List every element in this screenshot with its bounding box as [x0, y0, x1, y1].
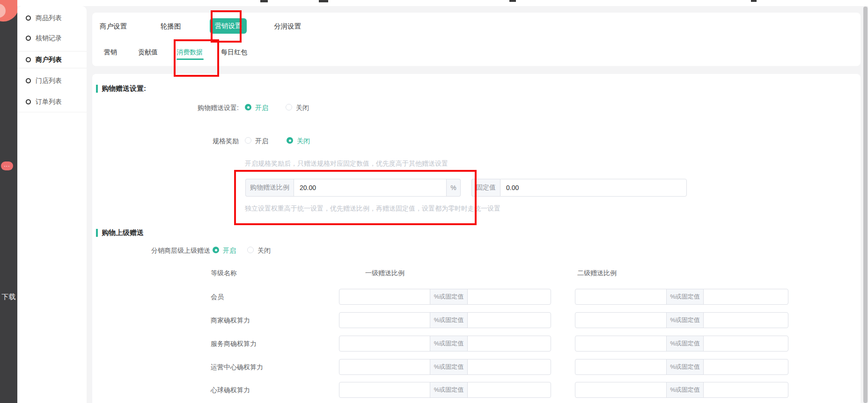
tier2-input-group: %或固定值	[575, 359, 788, 375]
divider-label: %或固定值	[430, 359, 468, 375]
section-title-upline-gift: 购物上级赠送	[102, 228, 144, 237]
tier1-input-group: %或固定值	[339, 289, 551, 305]
left-rail: ... 下载	[0, 0, 17, 403]
sidebar-item-label: 订单列表	[36, 98, 62, 106]
spec-reward-radio-off-label[interactable]: 关闭	[297, 137, 310, 146]
gift-setting-radio-off[interactable]	[286, 104, 292, 110]
table-header-tier1-ratio: 一级赠送比例	[365, 269, 405, 278]
spec-reward-radio-on-label[interactable]: 开启	[255, 137, 268, 146]
spec-reward-hint: 开启规格奖励后，只赠送规格对应固定数值，优先度高于其他赠送设置	[245, 160, 448, 168]
tier2-input-group: %或固定值	[575, 336, 788, 352]
row-label: 心球确权算力	[211, 382, 250, 398]
circle-icon	[26, 15, 31, 21]
annotation-box-consumption-subtab	[174, 39, 219, 77]
subtab-contribution[interactable]: 贡献值	[138, 48, 158, 57]
sidebar-item-label: 核销记录	[36, 34, 62, 43]
tab-merchant-settings[interactable]: 商户设置	[100, 22, 127, 31]
upline-gift-radio-off[interactable]	[247, 247, 254, 253]
tier1-ratio-input[interactable]	[339, 336, 430, 352]
section-title-gift-settings: 购物赠送设置:	[102, 84, 146, 93]
row-label: 服务商确权算力	[211, 336, 257, 352]
fixed-input[interactable]	[500, 179, 687, 197]
tier2-fixed-input[interactable]	[703, 382, 788, 398]
tier2-ratio-input[interactable]	[575, 382, 667, 398]
spec-reward-label: 规格奖励	[140, 137, 239, 146]
spec-reward-radio-off[interactable]	[287, 137, 293, 144]
sidebar-item-goods-list[interactable]: 商品列表	[17, 8, 87, 28]
gift-setting-radio-on[interactable]	[245, 104, 251, 110]
tier1-ratio-input[interactable]	[339, 382, 430, 398]
subtab-daily-redpacket[interactable]: 每日红包	[221, 48, 247, 57]
divider-label: %或固定值	[430, 382, 468, 398]
tier1-input-group: %或固定值	[339, 312, 551, 328]
section-accent-bar	[96, 85, 98, 93]
sidebar-item-order-list[interactable]: 订单列表	[17, 92, 87, 112]
sidebar-item-label: 门店列表	[36, 77, 62, 85]
circle-icon	[26, 36, 31, 41]
row-label: 商家确权算力	[211, 312, 250, 328]
table-header-tier2-ratio: 二级赠送比例	[577, 269, 617, 278]
window-top-strip	[0, 0, 868, 6]
spec-reward-radio-on[interactable]	[245, 137, 251, 144]
divider-label: %或固定值	[430, 336, 468, 352]
window-text-fragment	[260, 0, 268, 2]
tier2-ratio-input[interactable]	[575, 336, 667, 352]
upline-gift-radio-on-label[interactable]: 开启	[223, 247, 236, 255]
tier1-input-group: %或固定值	[339, 336, 551, 352]
tier1-ratio-input[interactable]	[339, 289, 430, 305]
tier1-ratio-input[interactable]	[339, 312, 430, 328]
table-header-level-name: 等级名称	[211, 269, 237, 278]
circle-icon	[26, 57, 31, 62]
upline-gift-label: 分销商层级上级赠送	[117, 247, 210, 255]
download-button[interactable]: 下载	[0, 293, 17, 301]
gift-setting-radio-off-label[interactable]: 关闭	[296, 104, 309, 112]
upline-gift-radio-off-label[interactable]: 关闭	[257, 247, 271, 255]
tier1-fixed-input[interactable]	[467, 382, 551, 398]
tier2-ratio-input[interactable]	[575, 359, 667, 375]
form-card	[92, 74, 861, 403]
sidebar-item-label: 商户列表	[36, 56, 62, 64]
vertical-scrollbar[interactable]	[863, 7, 868, 403]
divider-label: %或固定值	[666, 336, 704, 352]
app-screen: ... 下载 商品列表 核销记录 商户列表 门店列表 订单列表 商户设置 轮播图…	[0, 0, 868, 403]
divider-label: %或固定值	[666, 312, 704, 328]
divider-label: %或固定值	[666, 289, 704, 305]
tier1-fixed-input[interactable]	[467, 359, 551, 375]
row-label: 运营中心确权算力	[211, 359, 263, 375]
subtab-marketing[interactable]: 营销	[104, 48, 117, 57]
sidebar-item-label: 商品列表	[36, 14, 62, 22]
circle-icon	[26, 78, 31, 83]
tier2-fixed-input[interactable]	[703, 289, 788, 305]
tier1-input-group: %或固定值	[339, 359, 551, 375]
sidebar-item-store-list[interactable]: 门店列表	[17, 71, 87, 91]
fixed-input-group: 固定值	[471, 179, 687, 197]
sidebar-item-writeoff-records[interactable]: 核销记录	[17, 28, 87, 48]
divider-label: %或固定值	[430, 289, 468, 305]
window-text-fragment	[509, 0, 516, 2]
more-button[interactable]: ...	[1, 161, 13, 170]
tier1-ratio-input[interactable]	[339, 359, 430, 375]
tier2-ratio-input[interactable]	[575, 289, 667, 305]
upline-gift-radio-on[interactable]	[213, 247, 219, 253]
tier2-ratio-input[interactable]	[575, 312, 667, 328]
gift-setting-label: 购物赠送设置:	[140, 104, 239, 112]
sidebar: 商品列表 核销记录 商户列表 门店列表 订单列表	[17, 6, 87, 403]
window-text-fragment	[319, 0, 328, 2]
tier1-fixed-input[interactable]	[467, 312, 551, 328]
divider-label: %或固定值	[666, 382, 704, 398]
annotation-box-marketing-tab	[211, 10, 242, 43]
annotation-box-ratio-inputs	[234, 170, 477, 225]
tier1-fixed-input[interactable]	[467, 289, 551, 305]
tab-carousel[interactable]: 轮播图	[161, 22, 181, 31]
window-text-fragment	[751, 0, 757, 2]
tier1-fixed-input[interactable]	[467, 336, 551, 352]
divider-label: %或固定值	[430, 312, 468, 328]
sidebar-item-merchant-list[interactable]: 商户列表	[17, 51, 87, 68]
tier2-fixed-input[interactable]	[703, 359, 788, 375]
tab-profit-settings[interactable]: 分润设置	[274, 22, 301, 31]
tier2-fixed-input[interactable]	[703, 312, 788, 328]
tier2-fixed-input[interactable]	[703, 336, 788, 352]
tier2-input-group: %或固定值	[575, 289, 788, 305]
section-accent-bar	[96, 229, 98, 237]
gift-setting-radio-on-label[interactable]: 开启	[255, 104, 268, 112]
